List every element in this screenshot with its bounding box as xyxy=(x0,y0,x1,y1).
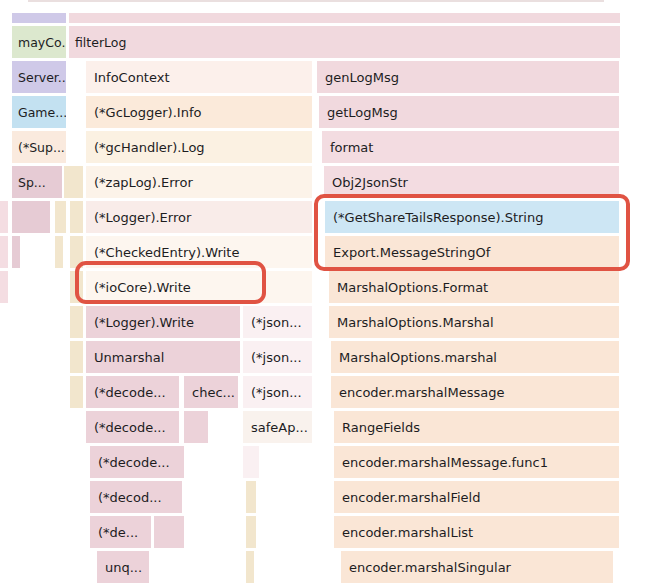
frame-spacer[interactable] xyxy=(0,271,8,303)
frame-marshaloptions-marshal[interactable]: MarshalOptions.Marshal xyxy=(329,306,619,338)
frame-decod[interactable]: (*decod... xyxy=(90,481,182,513)
frame-marshaloptions-format[interactable]: MarshalOptions.Format xyxy=(329,271,619,303)
frame-encoder-marshallist[interactable]: encoder.marshalList xyxy=(334,516,619,548)
frame-spacer[interactable] xyxy=(0,236,8,268)
frame-filterlog[interactable]: filterLog xyxy=(69,26,620,58)
frame-decode[interactable]: (*decode... xyxy=(86,376,179,408)
frame-getlogmsg[interactable]: getLogMsg xyxy=(319,96,619,128)
frame-decode[interactable]: (*decode... xyxy=(90,446,184,478)
frame-logger-write[interactable]: (*Logger).Write xyxy=(86,306,240,338)
frame-spacer[interactable] xyxy=(154,516,184,548)
frame-rangefields[interactable]: RangeFields xyxy=(334,411,619,443)
frame-spacer[interactable] xyxy=(246,481,256,513)
frame-spacer[interactable] xyxy=(243,446,259,478)
frame-gclogger-info[interactable]: (*GcLogger).Info xyxy=(86,96,312,128)
frame-decode[interactable]: (*decode... xyxy=(86,411,179,443)
flame-graph: mayCo...filterLogServer...InfoContextgen… xyxy=(0,0,660,584)
frame-sup[interactable]: (*Sup... xyxy=(12,131,66,163)
frame-spacer[interactable] xyxy=(55,201,66,233)
frame-checkedentry-write[interactable]: (*CheckedEntry).Write xyxy=(86,236,312,268)
frame-mayco[interactable]: mayCo... xyxy=(12,26,66,58)
frame-spacer[interactable] xyxy=(70,201,83,233)
frame-game[interactable]: Game... xyxy=(12,96,66,128)
frame-spacer[interactable] xyxy=(70,376,83,408)
frame-zaplog-error[interactable]: (*zapLog).Error xyxy=(86,166,312,198)
frame-spacer[interactable] xyxy=(55,236,63,268)
frame-spacer[interactable] xyxy=(12,236,20,268)
frame-getsharetailsresponse-string[interactable]: (*GetShareTailsResponse).String xyxy=(325,201,619,233)
frame-spacer[interactable] xyxy=(0,201,8,233)
frame-encoder-marshalsingular[interactable]: encoder.marshalSingular xyxy=(341,551,613,583)
frame-spacer[interactable] xyxy=(12,201,50,233)
frame-marshaloptions-marshal[interactable]: MarshalOptions.marshal xyxy=(331,341,619,373)
frame-spacer[interactable] xyxy=(246,516,256,548)
frame-logger-error[interactable]: (*Logger).Error xyxy=(86,201,312,233)
frame-spacer[interactable] xyxy=(69,13,620,23)
frame-spacer[interactable] xyxy=(70,271,83,303)
frame-safeap[interactable]: safeAp... xyxy=(243,411,312,443)
frame-de[interactable]: (*de... xyxy=(90,516,151,548)
frame-obj2jsonstr[interactable]: Obj2JsonStr xyxy=(324,166,619,198)
frame-spacer[interactable] xyxy=(12,13,66,23)
frame-gchandler-log[interactable]: (*gcHandler).Log xyxy=(86,131,312,163)
frame-json[interactable]: (*json... xyxy=(243,341,312,373)
frame-iocore-write[interactable]: (*ioCore).Write xyxy=(86,271,312,303)
frame-unq[interactable]: unq... xyxy=(97,551,149,583)
frame-spacer[interactable] xyxy=(70,166,83,198)
frame-sp[interactable]: Sp... xyxy=(12,166,62,198)
frame-format[interactable]: format xyxy=(322,131,619,163)
frame-unmarshal[interactable]: Unmarshal xyxy=(86,341,240,373)
frame-encoder-marshalfield[interactable]: encoder.marshalField xyxy=(334,481,619,513)
frame-infocontext[interactable]: InfoContext xyxy=(86,61,312,93)
frame-server[interactable]: Server... xyxy=(12,61,66,93)
frame-json[interactable]: (*json... xyxy=(243,376,312,408)
frame-export-messagestringof[interactable]: Export.MessageStringOf xyxy=(325,236,619,268)
frame-json[interactable]: (*json... xyxy=(243,306,312,338)
frame-spacer[interactable] xyxy=(70,236,83,268)
top-edge-divider xyxy=(28,0,604,2)
frame-encoder-marshalmessage-func1[interactable]: encoder.marshalMessage.func1 xyxy=(334,446,619,478)
frame-spacer[interactable] xyxy=(246,551,254,583)
frame-encoder-marshalmessage[interactable]: encoder.marshalMessage xyxy=(331,376,619,408)
frame-spacer[interactable] xyxy=(70,306,83,338)
frame-chec[interactable]: chec... xyxy=(184,376,238,408)
frame-spacer[interactable] xyxy=(184,411,208,443)
frame-genlogmsg[interactable]: genLogMsg xyxy=(317,61,619,93)
frame-spacer[interactable] xyxy=(70,341,83,373)
